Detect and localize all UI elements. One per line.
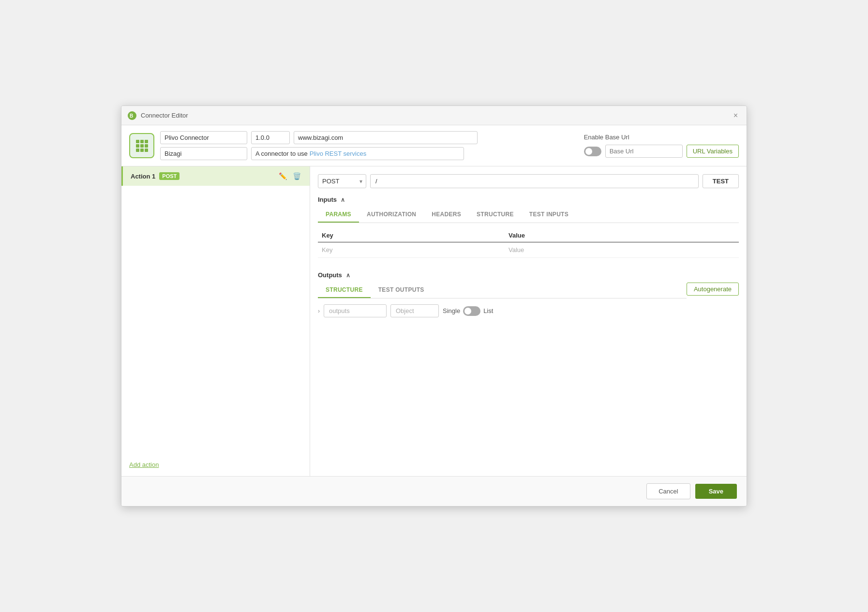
connector-description-input: A connector to use Plivo REST services [251, 147, 464, 160]
bizagi-logo-icon: B [127, 111, 137, 120]
outputs-type-input[interactable] [390, 304, 439, 317]
tab-structure[interactable]: STRUCTURE [469, 207, 522, 223]
header-row-2: A connector to use Plivo REST services [160, 147, 574, 160]
params-row-1: Key Value [318, 242, 739, 258]
save-button[interactable]: Save [695, 484, 737, 499]
title-bar: B Connector Editor × [121, 106, 747, 125]
header-section: A connector to use Plivo REST services E… [121, 125, 747, 166]
svg-rect-8 [136, 149, 139, 152]
toggle-row: URL Variables [584, 145, 739, 158]
svg-rect-6 [140, 144, 144, 148]
outputs-row: › Single List [318, 304, 739, 317]
single-label: Single [443, 307, 460, 314]
tab-output-structure[interactable]: STRUCTURE [318, 283, 371, 298]
base-url-input[interactable] [605, 145, 683, 158]
tab-params[interactable]: PARAMS [318, 207, 359, 223]
header-row-1 [160, 131, 574, 144]
main-content: Action 1 POST ✏️ 🗑️ Add action POST GET … [121, 166, 747, 476]
cancel-button[interactable]: Cancel [646, 483, 690, 499]
grid-icon [134, 138, 150, 153]
svg-rect-9 [140, 149, 144, 152]
action-label: Action 1 [131, 173, 155, 180]
inputs-collapse-arrow[interactable]: ∧ [341, 196, 345, 203]
footer: Cancel Save [121, 476, 747, 506]
params-cell-value: Value [505, 242, 739, 258]
tab-test-outputs[interactable]: TEST OUTPUTS [371, 283, 432, 298]
connector-editor-window: B Connector Editor × [121, 105, 747, 507]
test-button[interactable]: TEST [703, 174, 739, 188]
outputs-tabs: STRUCTURE TEST OUTPUTS [318, 283, 687, 299]
params-col-key: Key [318, 229, 505, 242]
svg-rect-3 [140, 140, 144, 143]
window-title: Connector Editor [141, 112, 188, 119]
svg-rect-5 [136, 144, 139, 148]
enable-base-url-section: Enable Base Url URL Variables [584, 134, 739, 158]
left-panel: Action 1 POST ✏️ 🗑️ Add action [121, 166, 310, 476]
tab-test-inputs[interactable]: TEST INPUTS [522, 207, 576, 223]
connector-url-input[interactable] [294, 131, 478, 144]
single-list-row: Single List [443, 306, 493, 316]
enable-base-url-label: Enable Base Url [584, 134, 739, 141]
method-url-row: POST GET PUT DELETE PATCH TEST [318, 174, 739, 188]
connector-name-input[interactable] [160, 131, 247, 144]
connector-icon [129, 133, 154, 158]
action-method-badge: POST [159, 172, 180, 180]
right-panel: POST GET PUT DELETE PATCH TEST Inputs ∧ … [310, 166, 747, 476]
method-select[interactable]: POST GET PUT DELETE PATCH [318, 174, 366, 188]
title-bar-left: B Connector Editor [127, 111, 188, 120]
svg-rect-4 [145, 140, 148, 143]
svg-text:B: B [130, 113, 133, 119]
single-list-toggle[interactable] [463, 306, 480, 316]
inputs-label: Inputs [318, 196, 337, 203]
tab-headers[interactable]: HEADERS [424, 207, 469, 223]
inputs-section-header: Inputs ∧ [318, 196, 739, 203]
params-col-value: Value [505, 229, 739, 242]
outputs-expand-arrow[interactable]: › [318, 308, 320, 314]
header-fields: A connector to use Plivo REST services [160, 131, 574, 160]
delete-action-button[interactable]: 🗑️ [292, 171, 302, 181]
tab-authorization[interactable]: AUTHORIZATION [359, 207, 424, 223]
params-cell-key: Key [318, 242, 505, 258]
outputs-collapse-arrow[interactable]: ∧ [346, 272, 350, 279]
description-link: Plivo REST services [310, 150, 367, 157]
toggle-slider [584, 147, 601, 156]
url-path-input[interactable] [370, 174, 699, 188]
edit-action-button[interactable]: ✏️ [278, 171, 288, 181]
close-button[interactable]: × [731, 111, 741, 120]
url-variables-button[interactable]: URL Variables [687, 145, 739, 158]
inputs-tabs: PARAMS AUTHORIZATION HEADERS STRUCTURE T… [318, 207, 739, 223]
svg-rect-10 [145, 149, 148, 152]
outputs-tabs-autogenerate: STRUCTURE TEST OUTPUTS Autogenerate [318, 283, 739, 304]
single-list-toggle-slider [463, 306, 480, 316]
description-prefix: A connector to use [255, 150, 308, 157]
params-table: Key Value Key Value [318, 229, 739, 258]
autogenerate-button[interactable]: Autogenerate [687, 283, 739, 296]
outputs-section-header: Outputs ∧ [318, 271, 739, 279]
add-action-link[interactable]: Add action [121, 453, 310, 476]
connector-version-input[interactable] [251, 131, 290, 144]
list-label: List [483, 307, 493, 314]
connector-company-input[interactable] [160, 147, 247, 160]
action-icons: ✏️ 🗑️ [278, 171, 302, 181]
svg-rect-7 [145, 144, 148, 148]
outputs-section: Outputs ∧ STRUCTURE TEST OUTPUTS Autogen… [318, 271, 739, 317]
method-select-wrap: POST GET PUT DELETE PATCH [318, 174, 366, 188]
outputs-label: Outputs [318, 271, 342, 279]
outputs-name-input[interactable] [324, 304, 387, 317]
enable-base-url-toggle[interactable] [584, 147, 601, 156]
action-item[interactable]: Action 1 POST ✏️ 🗑️ [121, 166, 310, 186]
svg-rect-2 [136, 140, 139, 143]
